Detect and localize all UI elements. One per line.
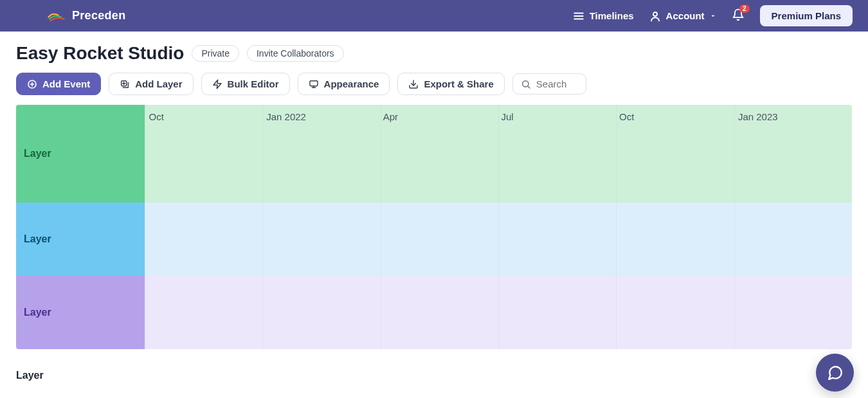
layer-label-1: Layer — [24, 148, 51, 159]
invite-collaborators-button[interactable]: Invite Collaborators — [247, 45, 344, 62]
layer-label-2: Layer — [24, 233, 51, 245]
svg-rect-11 — [310, 80, 318, 86]
nav-timelines-label: Timelines — [590, 10, 634, 21]
bulk-editor-label: Bulk Editor — [228, 78, 279, 89]
menu-icon — [573, 10, 584, 22]
svg-point-3 — [653, 12, 657, 16]
download-icon — [408, 79, 419, 89]
plus-circle-icon — [27, 79, 37, 89]
date-label: Jan 2023 — [738, 111, 778, 122]
layer-label-3: Layer — [24, 307, 51, 318]
add-layer-icon — [120, 79, 130, 89]
export-share-button[interactable]: Export & Share — [397, 73, 504, 95]
search-wrap[interactable] — [512, 73, 586, 95]
layer-side-1[interactable]: Layer — [16, 105, 145, 203]
date-label: Jul — [501, 111, 513, 122]
timeline-body-3[interactable] — [145, 276, 852, 349]
nav-account-label: Account — [666, 10, 705, 21]
svg-line-16 — [528, 86, 530, 88]
appearance-button[interactable]: Appearance — [298, 73, 390, 95]
export-share-label: Export & Share — [424, 78, 493, 89]
date-label: Apr — [383, 111, 398, 122]
appearance-label: Appearance — [324, 78, 379, 89]
nav-timelines[interactable]: Timelines — [573, 10, 634, 22]
search-input[interactable] — [536, 78, 575, 89]
bulk-editor-button[interactable]: Bulk Editor — [201, 73, 290, 95]
brand[interactable]: Preceden — [48, 9, 125, 23]
date-label: Jan 2022 — [266, 111, 306, 122]
timeline-row-1[interactable]: Layer Oct Jan 2022 Apr Jul Oct Jan 2023 — [16, 105, 852, 203]
add-layer-label: Add Layer — [135, 78, 182, 89]
timeline-row-2[interactable]: Layer — [16, 203, 852, 276]
appearance-icon — [309, 79, 319, 89]
timeline: Layer Oct Jan 2022 Apr Jul Oct Jan 2023 … — [16, 105, 852, 349]
page-content: Easy Rocket Studio Private Invite Collab… — [0, 32, 868, 394]
date-label: Oct — [149, 111, 164, 122]
add-event-label: Add Event — [42, 78, 90, 89]
chat-fab[interactable] — [816, 354, 854, 392]
logo-icon — [48, 10, 67, 23]
premium-plans-label: Premium Plans — [772, 10, 841, 21]
timeline-body-1[interactable]: Oct Jan 2022 Apr Jul Oct Jan 2023 — [145, 105, 852, 203]
notifications-button[interactable]: 2 — [732, 8, 745, 24]
add-layer-button[interactable]: Add Layer — [109, 73, 193, 95]
timeline-body-2[interactable] — [145, 203, 852, 276]
add-event-button[interactable]: Add Event — [16, 73, 101, 95]
nav-right: Timelines Account 2 Premium Plans — [573, 5, 853, 26]
caret-down-icon — [710, 13, 716, 19]
lightning-icon — [212, 79, 222, 89]
bottom-layer-label[interactable]: Layer — [16, 370, 852, 381]
user-icon — [649, 10, 661, 22]
title-row: Easy Rocket Studio Private Invite Collab… — [16, 43, 852, 64]
svg-marker-10 — [213, 80, 221, 88]
search-icon — [521, 79, 531, 89]
timeline-row-3[interactable]: Layer — [16, 276, 852, 349]
privacy-chip[interactable]: Private — [192, 45, 239, 62]
brand-label: Preceden — [72, 9, 125, 23]
nav-account[interactable]: Account — [649, 10, 716, 22]
layer-side-2[interactable]: Layer — [16, 203, 145, 276]
top-nav: Preceden Timelines Account — [0, 0, 868, 32]
premium-plans-button[interactable]: Premium Plans — [760, 5, 853, 26]
date-label: Oct — [619, 111, 634, 122]
chat-icon — [827, 365, 844, 381]
page-title: Easy Rocket Studio — [16, 43, 184, 64]
layer-side-3[interactable]: Layer — [16, 276, 145, 349]
notification-badge: 2 — [739, 5, 750, 13]
toolbar: Add Event Add Layer Bulk Editor — [16, 73, 852, 95]
